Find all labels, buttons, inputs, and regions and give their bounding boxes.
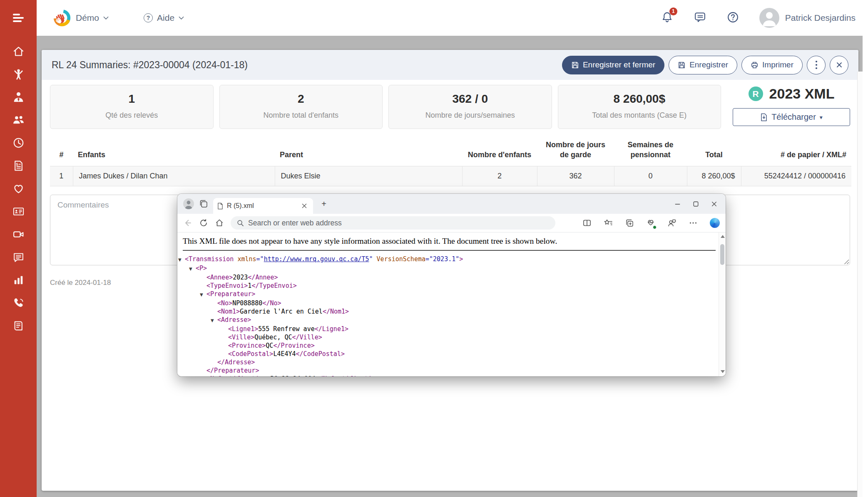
page-scrollbar[interactable] <box>857 72 863 497</box>
content-scrollbar[interactable] <box>719 232 726 376</box>
maximize-button[interactable] <box>686 195 705 212</box>
xml-line: <Annee>2023</Annee> <box>177 273 726 282</box>
help-menu[interactable]: ? Aide <box>144 13 184 23</box>
page-title: RL 24 Summaries: #2023-00004 (2024-01-18… <box>52 59 248 71</box>
page-icon <box>217 203 223 210</box>
table-cell: 8 260,00$ <box>687 166 741 186</box>
xml-line: ▼<Adresse> <box>177 316 726 325</box>
help-circle-icon <box>726 11 739 24</box>
chevron-down-icon <box>179 16 184 20</box>
chevron-down-icon <box>103 16 109 20</box>
summary-card: 362 / 0Nombre de jours/semaines <box>388 85 552 129</box>
sidebar-item-reports[interactable] <box>9 274 27 286</box>
scroll-up-arrow[interactable] <box>721 235 725 238</box>
save-button[interactable]: Enregistrer <box>669 56 737 74</box>
sidebar-item-calls[interactable] <box>9 297 27 309</box>
table-header-cell: Semaines de pensionnat <box>614 137 687 166</box>
browser-essentials-button[interactable] <box>646 218 655 228</box>
favorites-icon[interactable] <box>604 218 613 227</box>
sidebar-item-videos[interactable] <box>9 228 27 240</box>
sidebar-nav: $ <box>0 36 37 332</box>
refresh-icon[interactable] <box>199 218 208 227</box>
xml-line: </Preparateur> <box>177 366 726 375</box>
record-card-header: RL 24 Summaries: #2023-00004 (2024-01-18… <box>42 50 858 80</box>
table-cell: 552424412 / 000000416 <box>741 166 851 186</box>
xml-line: <Ville>Québec, QC</Ville> <box>177 333 726 341</box>
sidebar-item-staff[interactable] <box>9 91 27 103</box>
sidebar-item-health[interactable] <box>9 182 27 195</box>
xml-collapse-arrow[interactable]: ▼ <box>211 316 217 325</box>
xml-line: <Ligne1>555 Renfrew ave</Ligne1> <box>177 325 726 333</box>
xml-collapse-arrow[interactable]: ▼ <box>200 291 206 299</box>
video-camera-icon <box>12 228 25 240</box>
xml-panel: R 2023 XML Télécharger ▾ <box>733 85 850 126</box>
sidebar-item-hours[interactable] <box>9 136 27 149</box>
close-window-button[interactable] <box>705 195 723 212</box>
summary-value: 2 <box>220 85 383 106</box>
xml-line: <TypeEnvoi>1</TypeEnvoi> <box>177 282 726 290</box>
back-icon[interactable] <box>183 218 192 227</box>
more-actions-button[interactable] <box>807 56 826 74</box>
support-button[interactable] <box>726 11 739 25</box>
save-label: Enregistrer <box>689 60 728 69</box>
question-circle-icon: ? <box>144 13 153 22</box>
save-and-close-button[interactable]: Enregistrer et fermer <box>562 56 664 74</box>
address-input[interactable] <box>248 219 549 227</box>
xml-line: <Province>QC</Province> <box>177 341 726 350</box>
tab-title: R (5).xml <box>227 202 296 210</box>
sidebar-item-messages[interactable] <box>9 251 27 263</box>
download-button[interactable]: Télécharger ▾ <box>733 108 850 126</box>
xml-collapse-arrow[interactable]: ▼ <box>178 256 185 264</box>
sidebar-toggle-button[interactable] <box>0 0 37 36</box>
copilot-icon[interactable] <box>710 218 720 228</box>
close-icon <box>302 203 307 208</box>
messages-button[interactable] <box>694 11 706 25</box>
ledger-icon <box>12 320 25 332</box>
close-record-button[interactable] <box>830 56 848 74</box>
summary-row: 1Qté des relevés2Nombre total d'enfants3… <box>50 85 850 129</box>
download-file-icon <box>760 113 768 121</box>
xml-viewer-content: This XML file does not appear to have an… <box>177 232 726 376</box>
address-bar[interactable] <box>231 216 555 230</box>
scrollbar-thumb[interactable] <box>720 244 724 265</box>
home-icon[interactable] <box>215 218 224 227</box>
sidebar-item-registry[interactable] <box>9 319 27 332</box>
user-menu[interactable]: Patrick Desjardins <box>759 8 856 28</box>
xml-collapse-arrow[interactable]: ▼ <box>189 265 196 273</box>
notifications-button[interactable]: 1 <box>661 11 674 25</box>
tab-close-button[interactable] <box>300 201 309 210</box>
summaries-table: #EnfantsParentNombre d'enfantsNombre de … <box>50 137 851 186</box>
contact-card-icon <box>12 205 25 218</box>
save-and-close-label: Enregistrer et fermer <box>583 60 655 69</box>
svg-text:$: $ <box>16 162 18 166</box>
profile-bubble-icon[interactable] <box>667 218 676 227</box>
sidebar-item-children[interactable] <box>9 68 27 80</box>
minimize-button[interactable] <box>668 195 686 212</box>
summary-card: 2Nombre total d'enfants <box>219 85 383 129</box>
workspaces-icon[interactable] <box>199 199 208 208</box>
printer-icon <box>751 61 759 69</box>
browser-tab[interactable]: R (5).xml <box>213 198 313 214</box>
hamburger-icon <box>11 13 25 23</box>
xml-line: </Adresse> <box>177 358 726 366</box>
print-button[interactable]: Imprimer <box>741 56 803 74</box>
sidebar-item-contacts[interactable] <box>9 205 27 218</box>
brand-menu[interactable]: Démo <box>52 8 109 27</box>
summary-label: Qté des relevés <box>50 111 213 120</box>
download-label: Télécharger <box>771 112 816 122</box>
collections-icon[interactable] <box>625 218 634 227</box>
notice-divider <box>183 250 716 251</box>
table-row[interactable]: 1James Dukes / Dilan ChanDukes Elsie2362… <box>50 166 851 186</box>
more-icon[interactable] <box>689 218 698 227</box>
sidebar-item-billing[interactable]: $ <box>9 159 27 172</box>
split-screen-icon[interactable] <box>582 218 592 227</box>
summary-card: 1Qté des relevés <box>50 85 214 129</box>
close-icon <box>836 62 843 68</box>
sidebar-item-home[interactable] <box>9 45 27 57</box>
browser-tabstrip[interactable]: R (5).xml + <box>177 194 726 214</box>
sidebar-item-families[interactable] <box>9 114 27 126</box>
browser-profile-avatar[interactable] <box>183 198 194 209</box>
xml-line: ▼<P> <box>177 264 726 273</box>
scroll-down-arrow[interactable] <box>721 370 725 373</box>
new-tab-button[interactable]: + <box>319 199 329 209</box>
